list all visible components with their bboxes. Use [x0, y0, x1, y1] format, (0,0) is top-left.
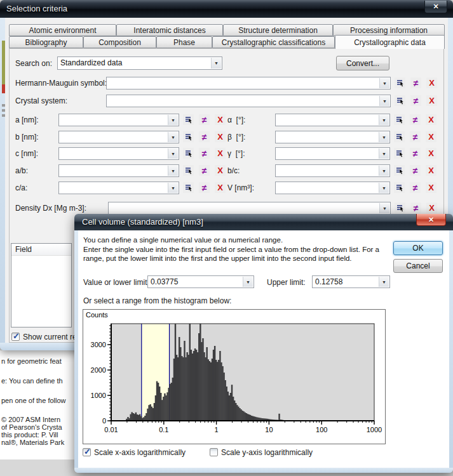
delete-criterion-icon[interactable]: X	[215, 131, 226, 142]
not-equal-icon[interactable]: ≠	[199, 148, 210, 159]
combo-v-nm3[interactable]: ▼	[275, 182, 390, 194]
select-from-list-icon[interactable]	[395, 202, 405, 213]
combo-density-dx[interactable]: ▼	[108, 202, 391, 215]
tab-structure-determination[interactable]: Structure determination	[223, 24, 333, 36]
delete-criterion-icon[interactable]: X	[426, 202, 437, 213]
help-text-line: e: You can define th	[1, 377, 63, 385]
upper-limit-value: 0.12758	[315, 277, 342, 286]
tab-interatomic-distances[interactable]: Interatomic distances	[116, 24, 223, 36]
scale-y-log-checkbox[interactable]: ✓	[210, 448, 218, 456]
combo-b-nm[interactable]: ▼	[58, 131, 179, 143]
not-equal-icon[interactable]: ≠	[410, 202, 421, 213]
field-listbox-header[interactable]: Field	[11, 244, 71, 256]
not-equal-icon[interactable]: ≠	[410, 114, 421, 125]
dropdown-arrow-icon[interactable]: ▼	[168, 183, 178, 193]
dropdown-arrow-icon[interactable]: ▼	[211, 58, 221, 69]
combo-c-nm[interactable]: ▼	[58, 147, 179, 160]
delete-criterion-icon[interactable]: X	[426, 148, 436, 159]
not-equal-icon[interactable]: ≠	[410, 77, 421, 88]
dropdown-arrow-icon[interactable]: ▼	[168, 166, 178, 176]
gamma-deg-label: γ [°]:	[227, 149, 245, 158]
dropdown-arrow-icon[interactable]: ▼	[243, 277, 253, 287]
field-listbox[interactable]: Field	[11, 243, 72, 327]
delete-criterion-icon[interactable]: X	[426, 182, 436, 193]
select-from-list-icon[interactable]	[394, 182, 405, 193]
select-from-list-icon[interactable]	[183, 148, 194, 159]
combo-a-over-b[interactable]: ▼	[58, 164, 179, 177]
tab-composition[interactable]: Composition	[83, 36, 156, 48]
select-from-list-icon[interactable]	[394, 165, 405, 176]
close-button[interactable]: ✕	[424, 1, 447, 13]
search-on-select[interactable]: Standardized data ▼	[57, 56, 222, 70]
dropdown-arrow-icon[interactable]: ▼	[379, 149, 389, 159]
dropdown-arrow-icon[interactable]: ▼	[379, 96, 389, 106]
upper-limit-input[interactable]: 0.12758 ▼	[312, 275, 390, 288]
select-from-list-icon[interactable]	[183, 131, 194, 142]
histogram-panel[interactable]: 01000200030000.010.11101001000Counts	[83, 309, 386, 444]
select-from-list-icon[interactable]	[183, 165, 194, 176]
delete-criterion-icon[interactable]: X	[426, 95, 437, 106]
titlebar[interactable]: Selection criteria ✕	[0, 0, 453, 18]
combo-hermann-mauguin-symbol[interactable]: ▼	[106, 77, 391, 89]
combo-c-over-a[interactable]: ▼	[58, 182, 179, 194]
delete-criterion-icon[interactable]: X	[426, 165, 436, 176]
c-over-a-label: c/a:	[15, 183, 27, 192]
dropdown-arrow-icon[interactable]: ▼	[168, 132, 178, 142]
not-equal-icon[interactable]: ≠	[199, 182, 210, 193]
dropdown-arrow-icon[interactable]: ▼	[168, 149, 178, 159]
tab-bibliography[interactable]: Bibliography	[9, 36, 83, 48]
dropdown-arrow-icon[interactable]: ▼	[168, 115, 178, 125]
delete-criterion-icon[interactable]: X	[426, 77, 437, 88]
not-equal-icon[interactable]: ≠	[199, 165, 210, 176]
show-current-checkbox[interactable]: ✓	[11, 333, 20, 341]
tab-crystallographic-data[interactable]: Crystallographic data	[335, 35, 445, 49]
select-from-list-icon[interactable]	[395, 77, 405, 88]
tab-phase[interactable]: Phase	[156, 36, 212, 48]
delete-criterion-icon[interactable]: X	[215, 114, 226, 125]
dropdown-arrow-icon[interactable]: ▼	[379, 166, 389, 176]
select-from-list-icon[interactable]	[183, 114, 194, 125]
dropdown-arrow-icon[interactable]: ▼	[379, 183, 389, 193]
cancel-button[interactable]: Cancel	[393, 259, 443, 273]
dialog-close-button[interactable]: ✕	[416, 214, 446, 226]
select-from-list-icon[interactable]	[394, 148, 405, 159]
lower-limit-input[interactable]: 0.03775 ▼	[147, 275, 254, 288]
delete-criterion-icon[interactable]: X	[215, 182, 226, 193]
ok-button[interactable]: OK	[393, 241, 443, 255]
delete-criterion-icon[interactable]: X	[215, 165, 226, 176]
dropdown-arrow-icon[interactable]: ▼	[379, 203, 389, 213]
dropdown-arrow-icon[interactable]: ▼	[379, 132, 389, 142]
dropdown-arrow-icon[interactable]: ▼	[379, 115, 389, 125]
tab-atomic-environment[interactable]: Atomic environment	[9, 24, 116, 36]
histogram-plot[interactable]: 01000200030000.010.11101001000Counts	[83, 310, 385, 444]
select-from-list-icon[interactable]	[395, 95, 405, 106]
delete-criterion-icon[interactable]: X	[215, 148, 226, 159]
combo-crystal-system[interactable]: ▼	[106, 95, 391, 107]
not-equal-icon[interactable]: ≠	[410, 148, 421, 159]
convert-button[interactable]: Convert...	[336, 56, 389, 70]
select-from-list-icon[interactable]	[394, 131, 405, 142]
delete-criterion-icon[interactable]: X	[426, 131, 436, 142]
not-equal-icon[interactable]: ≠	[410, 165, 421, 176]
not-equal-icon[interactable]: ≠	[410, 131, 421, 142]
select-from-list-icon[interactable]	[394, 114, 405, 125]
combo-beta-deg[interactable]: ▼	[275, 131, 390, 143]
combo-alpha-deg[interactable]: ▼	[275, 114, 390, 126]
dialog-titlebar[interactable]: Cell volume (standardized) [nm3] ✕	[74, 214, 453, 230]
svg-text:0: 0	[102, 417, 106, 425]
delete-criterion-icon[interactable]: X	[426, 114, 436, 125]
combo-gamma-deg[interactable]: ▼	[275, 147, 390, 160]
not-equal-icon[interactable]: ≠	[199, 131, 210, 142]
select-from-list-icon[interactable]	[183, 182, 194, 193]
svg-text:0.01: 0.01	[104, 426, 118, 433]
not-equal-icon[interactable]: ≠	[410, 95, 421, 106]
not-equal-icon[interactable]: ≠	[410, 182, 421, 193]
dropdown-arrow-icon[interactable]: ▼	[379, 78, 389, 88]
scale-x-log-checkbox[interactable]: ✓	[83, 448, 91, 456]
combo-a-nm[interactable]: ▼	[58, 114, 179, 126]
not-equal-icon[interactable]: ≠	[199, 114, 210, 125]
svg-text:1000: 1000	[91, 392, 106, 399]
dropdown-arrow-icon[interactable]: ▼	[379, 277, 389, 287]
combo-b-over-c[interactable]: ▼	[275, 164, 390, 177]
tab-crystallographic-classifications[interactable]: Crystallographic classifications	[212, 36, 335, 48]
